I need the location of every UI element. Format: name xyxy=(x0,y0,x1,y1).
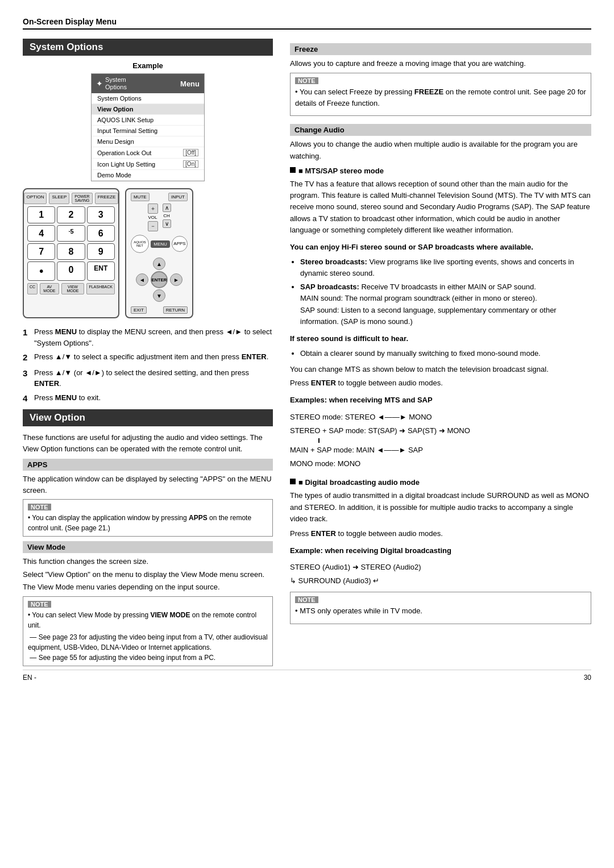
on-screen-display-menu-title: On-Screen Display Menu xyxy=(23,17,591,30)
freeze-btn[interactable]: FREEZE xyxy=(95,193,119,204)
ex-line-2: STEREO + SAP mode: ST(SAP) ➜ SAP(ST) ➜ M… xyxy=(290,425,591,437)
ch-label: CH xyxy=(163,213,170,218)
remote-bottom-row: CC AV MODE VIEW MODE FLASHBACK xyxy=(27,283,115,294)
view-mode-note-text: • You can select View Mode by pressing V… xyxy=(28,610,268,630)
change-audio-section: Change Audio Allows you to change the au… xyxy=(290,124,591,624)
vol-down-btn[interactable]: － xyxy=(148,221,158,231)
menu-item-operation-lock[interactable]: Operation Lock Out [Off] xyxy=(92,147,204,159)
num-6-btn[interactable]: 6 xyxy=(87,225,115,242)
sleep-btn[interactable]: SLEEP xyxy=(49,193,69,204)
digital-note-text: • MTS only operates while in TV mode. xyxy=(295,605,586,617)
menu-system-text: SystemOptions xyxy=(105,76,127,91)
view-mode-text1: This function changes the screen size. xyxy=(23,556,273,567)
mts-note: You can change MTS as shown below to mat… xyxy=(290,364,591,375)
num-3-btn[interactable]: 3 xyxy=(87,206,115,223)
enter-note-digital: Press ENTER to toggle between audio mode… xyxy=(290,528,591,539)
flashback-btn[interactable]: FLASHBACK xyxy=(86,283,115,294)
cc-btn[interactable]: CC xyxy=(27,283,38,294)
exit-btn[interactable]: EXIT xyxy=(131,306,147,314)
nav-down-btn[interactable]: ▼ xyxy=(153,289,165,302)
change-audio-title: Change Audio xyxy=(290,124,591,136)
view-mode-btn[interactable]: VIEW MODE xyxy=(61,283,85,294)
step-1-text: Press MENU to display the MENU screen, a… xyxy=(34,326,273,348)
ch-col: ∧ CH ∨ xyxy=(163,203,171,231)
digital-broadcasting-section: ■ Digital broadcasting audio mode The ty… xyxy=(290,477,591,624)
num-2-btn[interactable]: 2 xyxy=(57,206,85,223)
aquos-net-btn[interactable]: AQUOSNET xyxy=(131,235,149,253)
menu-item-menu-design[interactable]: Menu Design xyxy=(92,136,204,147)
ent-btn[interactable]: ENT xyxy=(87,261,115,281)
num-8-btn[interactable]: 8 xyxy=(57,243,85,260)
step-2-num: 2 xyxy=(23,351,31,364)
menu-item-view-option[interactable]: View Option xyxy=(92,104,204,115)
view-mode-subsection-title: View Mode xyxy=(23,541,273,553)
digital-examples-block: STEREO (Audio1) ➜ STEREO (Audio2) ↳ SURR… xyxy=(290,561,591,587)
digital-broadcasting-heading: ■ Digital broadcasting audio mode xyxy=(290,477,591,488)
if-difficult-text: Obtain a clearer sound by manually switc… xyxy=(300,348,591,359)
ex-line-indent xyxy=(318,438,591,443)
ex-line-3: MAIN + SAP mode: MAIN ◄——► SAP xyxy=(290,444,591,456)
numpad: 1 2 3 4 ·5 6 7 8 9 • 0 ENT xyxy=(27,206,115,281)
nav-up-btn[interactable]: ▲ xyxy=(153,258,165,270)
remote-right: MUTE INPUT ＋ VOL － ∧ CH ∨ A xyxy=(125,188,193,318)
apps-note-block: NOTE • You can display the application w… xyxy=(23,499,273,537)
menu-item-demo-mode[interactable]: Demo Mode xyxy=(92,170,204,181)
mts-sap-bullet-icon xyxy=(290,167,296,173)
mts-sap-heading-text: ■ MTS/SAP stereo mode xyxy=(298,165,384,177)
nav-left-btn[interactable]: ◄ xyxy=(136,273,148,286)
num-5-btn[interactable]: ·5 xyxy=(57,225,85,242)
ch-down-btn[interactable]: ∨ xyxy=(163,219,171,228)
nav-up-row: ▲ xyxy=(153,258,165,270)
system-options-title: System Options xyxy=(23,39,273,56)
num-4-btn[interactable]: 4 xyxy=(27,225,55,242)
digital-example-heading: Example: when receiving Digital broadcas… xyxy=(290,545,591,556)
menu-btn[interactable]: MENU xyxy=(151,240,170,248)
digital-note-label: NOTE xyxy=(295,596,318,603)
menu-menu-label: Menu xyxy=(180,80,200,88)
digital-broadcasting-heading-text: ■ Digital broadcasting audio mode xyxy=(298,477,420,488)
left-column: System Options Example ✦ SystemOptions M… xyxy=(23,39,273,670)
step-4-num: 4 xyxy=(23,392,31,405)
nav-right-btn[interactable]: ► xyxy=(170,273,182,286)
ch-up-btn[interactable]: ∧ xyxy=(163,203,171,212)
option-btn[interactable]: OPTION xyxy=(24,193,47,204)
menu-star-icon: ✦ xyxy=(96,79,103,88)
stereo-broadcast-bullet: Stereo broadcasts: View programs like li… xyxy=(300,256,591,279)
step-2-text: Press ▲/▼ to select a specific adjustmen… xyxy=(34,351,268,364)
menu-item-aquos-link[interactable]: AQUOS LINK Setup xyxy=(92,115,204,126)
example-label: Example xyxy=(23,61,273,70)
return-btn[interactable]: RETURN xyxy=(163,306,188,314)
enter-btn[interactable]: ENTER xyxy=(151,271,168,288)
examples-mts-sap-heading: Examples: when receiving MTS and SAP xyxy=(290,394,591,406)
menu-item-icon-light[interactable]: Icon Light Up Setting [On] xyxy=(92,159,204,170)
menu-header-left: ✦ SystemOptions xyxy=(96,76,127,91)
vol-col: ＋ VOL － xyxy=(148,203,158,231)
freeze-note-block: NOTE • You can select Freeze by pressing… xyxy=(290,73,591,116)
av-mode-btn[interactable]: AV MODE xyxy=(40,283,59,294)
apps-note-label: NOTE xyxy=(28,504,51,510)
mute-btn[interactable]: MUTE xyxy=(131,193,150,201)
step-1-num: 1 xyxy=(23,326,31,348)
step-4-text: Press MENU to exit. xyxy=(34,392,101,405)
freeze-title: Freeze xyxy=(290,43,591,55)
apps-btn[interactable]: APPS xyxy=(172,236,188,252)
nav-down-row: ▼ xyxy=(153,289,165,302)
num-0-btn[interactable]: 0 xyxy=(57,261,85,281)
enter-note-mts: Press ENTER to toggle between audio mode… xyxy=(290,377,591,389)
view-option-title: View Option xyxy=(23,409,273,426)
num-9-btn[interactable]: 9 xyxy=(87,243,115,260)
remote-top-buttons: OPTION SLEEP POWERSAVING FREEZE xyxy=(27,193,115,204)
input-btn[interactable]: INPUT xyxy=(168,193,188,201)
menu-item-input-terminal[interactable]: Input Terminal Setting xyxy=(92,126,204,136)
view-mode-text2: Select "View Option" on the menu to disp… xyxy=(23,569,273,580)
menu-item-system-options[interactable]: System Options xyxy=(92,93,204,104)
num-1-btn[interactable]: 1 xyxy=(27,206,55,223)
step-3-text: Press ▲/▼ (or ◄/►) to select the desired… xyxy=(34,367,273,389)
num-7-btn[interactable]: 7 xyxy=(27,243,55,260)
num-dot-btn[interactable]: • xyxy=(27,261,55,281)
view-mode-note-block: NOTE • You can select View Mode by press… xyxy=(23,596,273,666)
mts-sap-text: The TV has a feature that allows recepti… xyxy=(290,178,591,236)
power-saving-btn[interactable]: POWERSAVING xyxy=(72,193,92,204)
right-column: Freeze Allows you to capture and freeze … xyxy=(290,39,591,670)
vol-up-btn[interactable]: ＋ xyxy=(148,203,158,214)
